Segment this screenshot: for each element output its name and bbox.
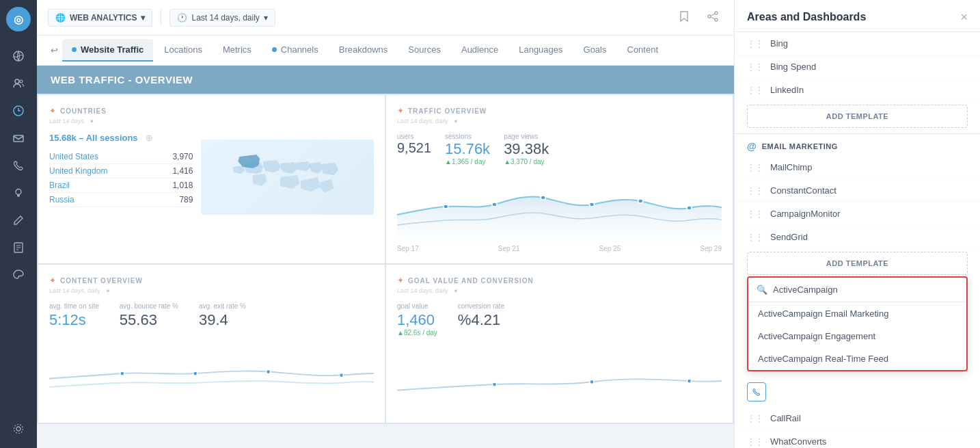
drag-handle-linkedin: ⋮⋮ [747, 85, 763, 95]
tab-languages[interactable]: Languages [509, 39, 572, 62]
template-item-callrail[interactable]: ⋮⋮ CallRail [735, 407, 980, 430]
template-name-mailchimp: MailChimp [770, 162, 812, 172]
tab-label-content: Content [627, 44, 659, 55]
country-row-br: Brazil 1,018 [49, 179, 193, 193]
countries-widget-icon: ✦ [49, 106, 56, 116]
country-row-uk: United Kingdom 1,416 [49, 164, 193, 179]
template-name-constantcontact: ConstantContact [770, 185, 836, 196]
add-template-button-2[interactable]: ADD TEMPLATE [747, 252, 968, 275]
date-selector[interactable]: 🕐 Last 14 days, daily ▾ [169, 9, 275, 27]
red-arrow [734, 270, 735, 311]
share-action[interactable] [703, 8, 723, 28]
drag-handle-sendgrid: ⋮⋮ [747, 233, 763, 242]
template-item-whatconverts[interactable]: ⋮⋮ WhatConverts [735, 430, 980, 448]
tab-website-traffic[interactable]: Website Traffic [62, 39, 153, 62]
traffic-widget-icon: ✦ [397, 106, 404, 116]
tab-locations[interactable]: Locations [154, 39, 212, 62]
goal-chart [397, 343, 722, 412]
country-row-ru: Russia 789 [49, 193, 193, 207]
svg-point-10 [708, 15, 711, 18]
close-button[interactable]: × [960, 11, 968, 23]
sidebar-icon-phone[interactable] [6, 153, 31, 178]
template-search-dropdown: 🔍 ActiveCampaign Email Marketing ActiveC… [747, 276, 968, 371]
phone-icon [747, 382, 766, 401]
sidebar-icon-globe[interactable] [6, 44, 31, 68]
add-session-icon[interactable]: ⊕ [146, 133, 153, 143]
world-map [201, 140, 374, 215]
goal-stats: goal value 1,460 ▲82.6s / day conversion… [397, 302, 722, 337]
svg-point-15 [589, 202, 594, 207]
add-template-button-1[interactable]: ADD TEMPLATE [747, 105, 968, 128]
sidebar-icon-analytics[interactable] [6, 98, 31, 123]
active-dot [72, 47, 77, 52]
drag-handle-whatconverts: ⋮⋮ [747, 437, 763, 447]
tab-channels[interactable]: Channels [262, 39, 328, 62]
tab-label: Website Traffic [81, 44, 144, 55]
tab-breakdowns[interactable]: Breakdowns [329, 39, 398, 62]
tab-goals[interactable]: Goals [574, 39, 616, 62]
template-item-linkedin[interactable]: ⋮⋮ LinkedIn [735, 79, 980, 102]
template-item-mailchimp[interactable]: ⋮⋮ MailChimp [735, 156, 980, 179]
template-item-campaignmonitor[interactable]: ⋮⋮ CampaignMonitor [735, 202, 980, 226]
sidebar-icon-edit[interactable] [6, 208, 31, 233]
content-subtitle: Last 14 days, daily ● [49, 287, 374, 294]
svg-point-18 [120, 371, 124, 375]
tab-audience[interactable]: Audience [452, 39, 508, 62]
dropdown-item-activecampaign-engagement[interactable]: ActiveCampaign Engagement [748, 325, 966, 347]
tab-label-channels: Channels [281, 44, 318, 55]
sidebar-icon-palette[interactable] [6, 263, 31, 287]
nav-tabs: ↩ Website Traffic Locations Metrics Chan… [37, 36, 734, 66]
analytics-label: WEB ANALYTICS [70, 13, 137, 23]
search-icon: 🔍 [757, 285, 767, 295]
sidebar-icon-bulb[interactable] [6, 181, 31, 205]
back-icon[interactable]: ↩ [48, 42, 61, 58]
dropdown-item-activecampaign-email[interactable]: ActiveCampaign Email Marketing [748, 302, 966, 325]
template-item-bing-spend[interactable]: ⋮⋮ Bing Spend [735, 55, 980, 79]
app-logo[interactable]: ◎ [6, 7, 31, 31]
stat-users: users 9,521 [397, 133, 431, 166]
sidebar-icon-mail[interactable] [6, 126, 31, 150]
goal-subtitle: Last 14 days, daily ● [397, 287, 722, 294]
content-widget-icon: ✦ [49, 276, 56, 285]
channels-dot [272, 47, 277, 52]
template-item-bing[interactable]: ⋮⋮ Bing [735, 32, 980, 55]
template-name-campaignmonitor: CampaignMonitor [770, 209, 841, 219]
drag-handle-mailchimp: ⋮⋮ [747, 163, 763, 172]
template-item-sendgrid[interactable]: ⋮⋮ SendGrid [735, 226, 980, 249]
drag-handle-callrail: ⋮⋮ [747, 414, 763, 423]
svg-point-24 [688, 379, 692, 383]
email-marketing-section-header: @ EMAIL MARKETING [735, 133, 980, 156]
tab-sources[interactable]: Sources [398, 39, 450, 62]
sidebar-icon-users[interactable] [6, 71, 31, 96]
countries-list: United States 3,970 United Kingdom 1,416… [49, 150, 193, 207]
tab-content[interactable]: Content [618, 39, 668, 62]
countries-widget: ✦ COUNTRIES Last 14 days ● 15.68k – All … [38, 95, 385, 263]
widgets-grid: ✦ COUNTRIES Last 14 days ● 15.68k – All … [37, 94, 734, 424]
traffic-overview-widget: ✦ TRAFFIC OVERVIEW Last 14 days, daily ●… [386, 95, 733, 263]
template-name-callrail: CallRail [770, 413, 801, 423]
sidebar-icon-settings[interactable] [6, 417, 31, 441]
tab-label-languages: Languages [519, 44, 562, 55]
stat-sessions: sessions 15.76k ▲1,365 / day [445, 133, 490, 166]
bookmark-action[interactable] [674, 8, 694, 28]
svg-point-5 [16, 189, 21, 195]
right-panel-title: Areas and Dashboards [747, 11, 866, 23]
analytics-selector[interactable]: 🌐 WEB ANALYTICS ▾ [48, 9, 152, 27]
right-panel-header: Areas and Dashboards × [735, 0, 980, 32]
tab-metrics[interactable]: Metrics [213, 39, 261, 62]
top-bar: 🌐 WEB ANALYTICS ▾ 🕐 Last 14 days, daily … [37, 0, 734, 36]
template-search-input[interactable] [773, 285, 958, 295]
right-panel: Areas and Dashboards × ⋮⋮ Bing ⋮⋮ Bing S… [734, 0, 980, 448]
goal-widget-title: GOAL VALUE AND CONVERSION [408, 277, 534, 285]
template-item-constantcontact[interactable]: ⋮⋮ ConstantContact [735, 179, 980, 202]
svg-point-7 [16, 427, 21, 431]
content-widget-title: CONTENT OVERVIEW [60, 277, 143, 285]
content-dot: ● [106, 287, 109, 294]
sidebar-icon-reports[interactable] [6, 235, 31, 260]
svg-point-19 [193, 371, 198, 375]
dropdown-item-activecampaign-realtime[interactable]: ActiveCampaign Real-Time Feed [748, 347, 966, 370]
svg-point-13 [492, 202, 497, 207]
divider [161, 10, 161, 26]
bounce-rate-stat: avg. bounce rate % 55.63 [120, 302, 178, 329]
svg-point-9 [715, 12, 718, 14]
